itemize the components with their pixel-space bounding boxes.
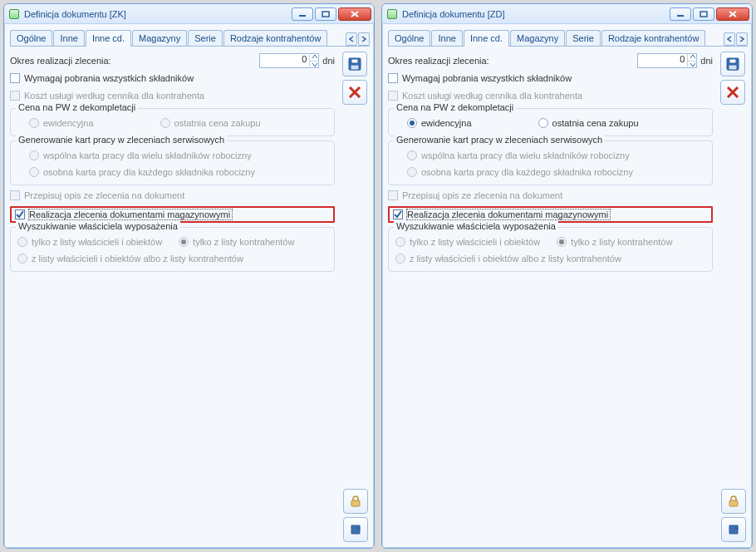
- svg-rect-16: [729, 59, 736, 63]
- tab-inne-cd[interactable]: Inne cd.: [464, 30, 509, 47]
- rad-ewidencyjna: ewidencyjna: [29, 118, 94, 128]
- rad-wlascicieli: tylko z listy właścicieli i obiektów: [395, 237, 540, 247]
- tab-scroll-left[interactable]: [346, 32, 357, 46]
- okres-unit: dni: [700, 56, 713, 66]
- tab-scroll-right[interactable]: [358, 32, 370, 46]
- bookmark-button[interactable]: [721, 517, 746, 542]
- okres-spin-down[interactable]: [310, 62, 319, 69]
- tab-rodzaje[interactable]: Rodzaje kontrahentów: [223, 30, 327, 46]
- tab-ogolne[interactable]: Ogólne: [388, 30, 430, 46]
- group-wyszukiwanie: Wyszukiwanie właściciela wyposażenia tyl…: [388, 227, 713, 272]
- okres-spin-down[interactable]: [688, 62, 697, 69]
- rad-kontrahentow: tylko z listy kontrahentów: [557, 237, 672, 247]
- close-button[interactable]: [716, 7, 749, 21]
- chk-realizacja[interactable]: Realizacja zlecenia dokumentami magazyno…: [393, 209, 708, 219]
- tab-serie[interactable]: Serie: [188, 30, 223, 46]
- okres-label: Okres realizacji zlecenia:: [388, 56, 489, 66]
- chk-przepisuj: Przepisuj opis ze zlecenia na dokument: [10, 187, 335, 204]
- svg-rect-17: [729, 65, 737, 70]
- tab-magazyny[interactable]: Magazyny: [510, 30, 565, 46]
- bookmark-button[interactable]: [343, 517, 368, 542]
- svg-rect-9: [351, 500, 360, 506]
- group-cena: Cena na PW z dekompletacji ewidencyjna o…: [10, 108, 335, 136]
- app-icon: [387, 9, 397, 19]
- cancel-button[interactable]: [720, 80, 745, 105]
- okres-spin-up[interactable]: [310, 53, 319, 62]
- save-button[interactable]: [720, 52, 745, 76]
- rad-both: z listy właścicieli i obiektów albo z li…: [17, 254, 243, 264]
- tab-rodzaje[interactable]: Rodzaje kontrahentów: [601, 30, 705, 46]
- tab-magazyny[interactable]: Magazyny: [132, 30, 187, 46]
- maximize-button[interactable]: [693, 7, 714, 21]
- rad-osobna: osobna karta pracy dla każdego składnika…: [407, 167, 633, 177]
- tab-scroll-right[interactable]: [736, 32, 748, 46]
- minimize-button[interactable]: [670, 7, 691, 21]
- okres-input[interactable]: 0: [637, 53, 697, 68]
- titlebar: Definicja dokumentu [ZK]: [4, 4, 374, 24]
- svg-rect-12: [700, 12, 707, 17]
- svg-rect-20: [729, 500, 738, 506]
- tab-inne[interactable]: Inne: [431, 30, 462, 46]
- window-zk: Definicja dokumentu [ZK] Ogólne Inne Inn…: [3, 3, 375, 549]
- svg-rect-6: [351, 65, 359, 70]
- window-title: Definicja dokumentu [ZK]: [24, 9, 292, 19]
- lock-button[interactable]: [721, 489, 746, 514]
- group-wyszukiwanie: Wyszukiwanie właściciela wyposażenia tyl…: [10, 227, 335, 272]
- okres-spin-up[interactable]: [688, 53, 697, 62]
- group-generowanie: Generowanie kart pracy w zleceniach serw…: [10, 140, 335, 185]
- okres-input[interactable]: 0: [259, 53, 319, 68]
- tab-strip: Ogólne Inne Inne cd. Magazyny Serie Rodz…: [10, 28, 370, 47]
- chk-przepisuj: Przepisuj opis ze zlecenia na dokument: [388, 187, 713, 204]
- tab-inne-cd[interactable]: Inne cd.: [86, 30, 131, 47]
- tab-scroll-left[interactable]: [724, 32, 735, 46]
- okres-value: 0: [680, 54, 685, 64]
- okres-label: Okres realizacji zlecenia:: [10, 56, 111, 66]
- svg-marker-21: [729, 525, 738, 534]
- close-button[interactable]: [338, 7, 371, 21]
- cancel-button[interactable]: [342, 80, 367, 105]
- minimize-button[interactable]: [292, 7, 313, 21]
- chk-wymagaj[interactable]: Wymagaj pobrania wszystkich składników: [10, 70, 335, 86]
- rad-wspolna: wspólna karta pracy dla wielu składników…: [407, 150, 630, 160]
- window-title: Definicja dokumentu [ZD]: [402, 9, 670, 19]
- titlebar: Definicja dokumentu [ZD]: [382, 4, 752, 24]
- okres-unit: dni: [322, 56, 335, 66]
- group-cena: Cena na PW z dekompletacji ewidencyjna o…: [388, 108, 713, 136]
- rad-wlascicieli: tylko z listy właścicieli i obiektów: [17, 237, 162, 247]
- rad-wspolna: wspólna karta pracy dla wielu składników…: [29, 150, 252, 160]
- chk-koszt: Koszt usługi według cennika dla kontrahe…: [10, 87, 335, 104]
- tab-strip: Ogólne Inne Inne cd. Magazyny Serie Rodz…: [388, 28, 748, 47]
- svg-rect-1: [322, 12, 329, 17]
- rad-kontrahentow: tylko z listy kontrahentów: [179, 237, 294, 247]
- maximize-button[interactable]: [315, 7, 336, 21]
- rad-ostatnia[interactable]: ostatnia cena zakupu: [538, 118, 639, 128]
- window-zd: Definicja dokumentu [ZD] Ogólne Inne Inn…: [381, 3, 753, 549]
- okres-value: 0: [302, 54, 307, 64]
- chk-wymagaj[interactable]: Wymagaj pobrania wszystkich składników: [388, 70, 713, 86]
- chk-koszt: Koszt usługi według cennika dla kontrahe…: [388, 87, 713, 104]
- tab-serie[interactable]: Serie: [566, 30, 601, 46]
- rad-ewidencyjna[interactable]: ewidencyjna: [407, 118, 472, 128]
- svg-rect-5: [351, 59, 358, 63]
- rad-both: z listy właścicieli i obiektów albo z li…: [395, 254, 621, 264]
- chk-realizacja[interactable]: Realizacja zlecenia dokumentami magazyno…: [15, 209, 330, 219]
- rad-osobna: osobna karta pracy dla każdego składnika…: [29, 167, 255, 177]
- tab-inne[interactable]: Inne: [53, 30, 84, 46]
- save-button[interactable]: [342, 52, 367, 76]
- group-generowanie: Generowanie kart pracy w zleceniach serw…: [388, 140, 713, 185]
- app-icon: [9, 9, 19, 19]
- tab-ogolne[interactable]: Ogólne: [10, 30, 52, 46]
- svg-marker-10: [351, 525, 360, 534]
- rad-ostatnia: ostatnia cena zakupu: [160, 118, 261, 128]
- lock-button[interactable]: [343, 489, 368, 514]
